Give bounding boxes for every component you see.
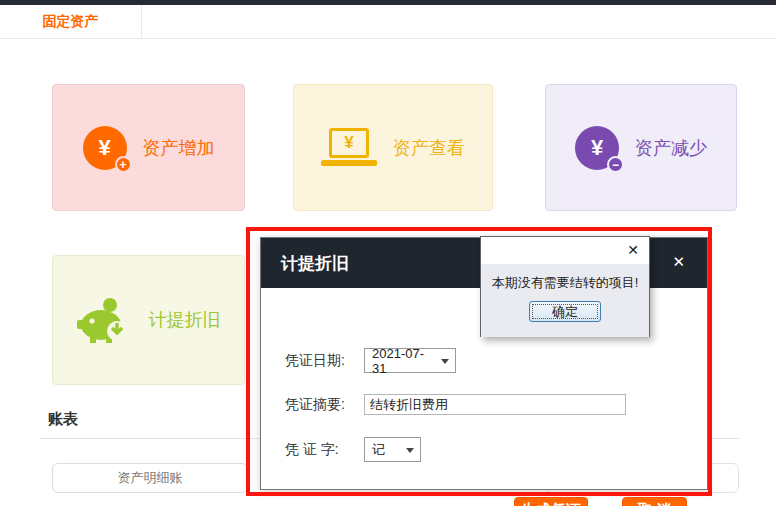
tab-bar: 固定资产 bbox=[0, 5, 776, 39]
section-title-ledgers: 账表 bbox=[48, 410, 78, 429]
laptop-base bbox=[321, 160, 377, 166]
voucher-summary-row: 凭证摘要: bbox=[285, 394, 626, 415]
tab-fixed-assets[interactable]: 固定资产 bbox=[0, 5, 142, 38]
card-label: 资产查看 bbox=[393, 136, 465, 160]
piggy-bank-icon bbox=[77, 297, 133, 343]
voucher-word-value: 记 bbox=[372, 441, 385, 459]
minus-badge-icon: − bbox=[607, 156, 624, 173]
dialog-title: 计提折旧 bbox=[281, 252, 349, 275]
yen-minus-icon: ¥ − bbox=[575, 126, 619, 170]
voucher-summary-input[interactable] bbox=[364, 394, 626, 415]
voucher-summary-label: 凭证摘要: bbox=[285, 396, 364, 414]
card-depreciation[interactable]: 计提折旧 bbox=[52, 255, 245, 385]
alert-message: 本期没有需要结转的项目! bbox=[492, 274, 639, 292]
card-label: 资产减少 bbox=[635, 136, 707, 160]
generate-voucher-button[interactable]: 生成凭证 bbox=[514, 497, 588, 506]
close-icon[interactable]: ✕ bbox=[672, 254, 685, 269]
app-screen: 固定资产 ¥ + 资产增加 ¥ 资产查看 ¥ − 资产减少 bbox=[0, 0, 776, 506]
yen-glyph: ¥ bbox=[98, 137, 110, 159]
close-icon[interactable]: ✕ bbox=[627, 243, 639, 257]
alert-body: 本期没有需要结转的项目! 确定 bbox=[481, 264, 649, 337]
dropdown-arrow-icon bbox=[441, 359, 449, 364]
laptop-yen-icon: ¥ bbox=[321, 128, 377, 168]
alert-popup: ✕ 本期没有需要结转的项目! 确定 bbox=[480, 236, 650, 337]
alert-titlebar: ✕ bbox=[481, 237, 649, 264]
yen-plus-icon: ¥ + bbox=[83, 126, 127, 170]
voucher-date-value: 2021-07-31 bbox=[372, 346, 437, 376]
card-asset-add[interactable]: ¥ + 资产增加 bbox=[52, 84, 245, 211]
cancel-button[interactable]: 取 消 bbox=[622, 497, 687, 506]
yen-glyph: ¥ bbox=[344, 133, 353, 153]
card-asset-decrease[interactable]: ¥ − 资产减少 bbox=[545, 84, 737, 211]
voucher-word-row: 凭 证 字: 记 bbox=[285, 437, 421, 462]
laptop-screen: ¥ bbox=[329, 128, 369, 158]
voucher-word-label: 凭 证 字: bbox=[285, 441, 364, 459]
dropdown-arrow-icon bbox=[406, 448, 414, 453]
voucher-word-select[interactable]: 记 bbox=[364, 437, 421, 462]
yen-glyph: ¥ bbox=[591, 137, 603, 159]
voucher-date-row: 凭证日期: 2021-07-31 bbox=[285, 348, 456, 373]
card-asset-view[interactable]: ¥ 资产查看 bbox=[293, 84, 493, 211]
voucher-date-label: 凭证日期: bbox=[285, 352, 364, 370]
ok-button[interactable]: 确定 bbox=[529, 301, 601, 322]
tab-label: 固定资产 bbox=[43, 13, 99, 31]
card-label: 计提折旧 bbox=[149, 308, 221, 332]
card-label: 资产增加 bbox=[143, 136, 215, 160]
plus-badge-icon: + bbox=[115, 156, 132, 173]
asset-detail-ledger-button[interactable]: 资产明细账 bbox=[52, 463, 248, 493]
voucher-date-select[interactable]: 2021-07-31 bbox=[364, 348, 456, 373]
